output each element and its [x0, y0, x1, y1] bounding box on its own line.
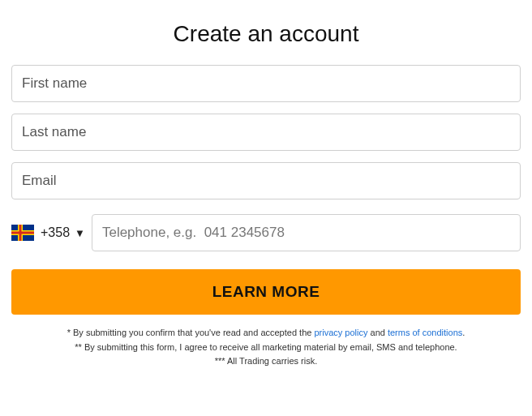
privacy-policy-link[interactable]: privacy policy — [314, 328, 367, 337]
last-name-input[interactable] — [11, 114, 521, 151]
svg-rect-4 — [19, 225, 22, 241]
terms-link[interactable]: terms of conditions — [388, 328, 462, 337]
learn-more-button[interactable]: LEARN MORE — [11, 269, 521, 315]
disclaimer-line-1: * By submitting you confirm that you've … — [36, 326, 496, 341]
disclaimer-line-2: ** By submitting this form, I agree to r… — [36, 341, 496, 355]
disclaimers: * By submitting you confirm that you've … — [11, 326, 521, 369]
svg-rect-3 — [11, 232, 34, 234]
dial-code-label: +358 — [41, 225, 70, 240]
email-input[interactable] — [11, 162, 521, 199]
first-name-input[interactable] — [11, 65, 521, 102]
chevron-down-icon: ▼ — [75, 227, 85, 239]
page-title: Create an account — [11, 21, 521, 47]
phone-row: +358 ▼ — [11, 214, 521, 251]
country-code-select[interactable]: +358 ▼ — [11, 221, 85, 244]
flag-icon — [11, 225, 34, 241]
disclaimer-line-3: *** All Trading carries risk. — [36, 354, 496, 369]
telephone-input[interactable] — [92, 214, 521, 251]
